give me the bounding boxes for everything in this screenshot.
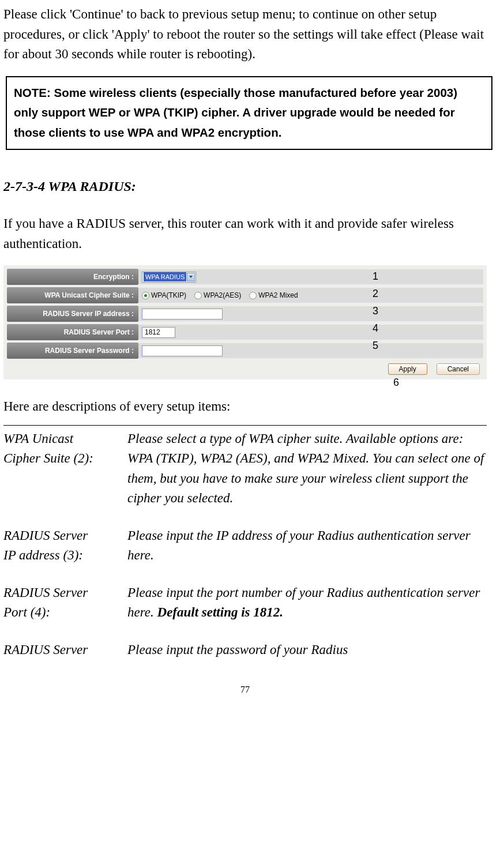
port-label: RADIUS Server Port :	[7, 324, 138, 340]
annotation-1: 1	[373, 269, 378, 284]
desc-definition: Please input the password of your Radius	[127, 640, 487, 660]
port-row: RADIUS Server Port :	[7, 324, 483, 340]
ip-label: RADIUS Server IP address :	[7, 306, 138, 322]
section-heading: 2-7-3-4 WPA RADIUS:	[3, 176, 487, 197]
password-field	[138, 343, 483, 358]
desc-term-line: RADIUS Server	[3, 528, 88, 543]
cancel-button[interactable]: Cancel	[437, 363, 480, 375]
annotation-6: 6	[393, 375, 399, 390]
desc-term-line: IP address (3):	[3, 548, 83, 562]
desc-def-strong: Default setting is 1812.	[157, 605, 284, 619]
page-number: 77	[3, 683, 487, 697]
desc-row-password: RADIUS Server Please input the password …	[3, 640, 487, 660]
desc-term-line: WPA Unicast	[3, 431, 73, 446]
annotation-4: 4	[373, 321, 378, 336]
desc-term: RADIUS Server	[3, 640, 127, 660]
password-row: RADIUS Server Password :	[7, 343, 483, 359]
encryption-field: WPA RADIUS	[138, 269, 483, 284]
ip-input[interactable]	[142, 309, 223, 320]
desc-term: WPA Unicast Cipher Suite (2):	[3, 429, 127, 509]
section-intro: If you have a RADIUS server, this router…	[3, 214, 487, 254]
desc-term-line: Port (4):	[3, 605, 50, 619]
annotation-3: 3	[373, 303, 378, 319]
apply-button[interactable]: Apply	[388, 363, 427, 375]
descriptions-intro: Here are descriptions of every setup ite…	[3, 397, 487, 417]
desc-row-cipher: WPA Unicast Cipher Suite (2): Please sel…	[3, 429, 487, 509]
intro-paragraph: Please click 'Continue' to back to previ…	[3, 5, 487, 65]
divider	[3, 425, 487, 426]
password-label: RADIUS Server Password :	[7, 343, 138, 359]
password-input[interactable]	[142, 345, 223, 356]
encryption-select[interactable]: WPA RADIUS	[142, 272, 196, 283]
cipher-option-label: WPA2 Mixed	[258, 290, 298, 300]
cipher-field: WPA(TKIP) WPA2(AES) WPA2 Mixed	[138, 288, 483, 303]
ip-row: RADIUS Server IP address :	[7, 306, 483, 322]
encryption-label: Encryption :	[7, 269, 138, 285]
port-input[interactable]	[142, 327, 175, 338]
cipher-option-label: WPA(TKIP)	[151, 290, 186, 300]
cipher-radio-mixed[interactable]: WPA2 Mixed	[249, 290, 298, 300]
radio-icon	[249, 292, 257, 299]
desc-definition: Please input the port number of your Rad…	[127, 583, 487, 623]
encryption-select-value: WPA RADIUS	[144, 272, 186, 282]
chevron-down-icon	[187, 273, 195, 281]
desc-definition: Please select a type of WPA cipher suite…	[127, 429, 487, 509]
cipher-option-label: WPA2(AES)	[204, 290, 241, 300]
desc-term: RADIUS Server Port (4):	[3, 583, 127, 623]
descriptions-table: WPA Unicast Cipher Suite (2): Please sel…	[3, 429, 487, 660]
annotation-2: 2	[373, 286, 378, 302]
cipher-radio-group: WPA(TKIP) WPA2(AES) WPA2 Mixed	[142, 290, 298, 300]
desc-term: RADIUS Server IP address (3):	[3, 526, 127, 566]
cipher-radio-tkip[interactable]: WPA(TKIP)	[142, 290, 186, 300]
desc-definition: Please input the IP address of your Radi…	[127, 526, 487, 566]
desc-term-line: RADIUS Server	[3, 585, 88, 600]
annotation-5: 5	[373, 338, 378, 354]
desc-row-ip: RADIUS Server IP address (3): Please inp…	[3, 526, 487, 566]
radio-icon	[142, 292, 149, 299]
desc-term-line: RADIUS Server	[3, 642, 88, 657]
radio-icon	[194, 292, 202, 299]
router-config-panel: Encryption : WPA RADIUS WPA Unicast Ciph…	[3, 265, 487, 379]
note-box: NOTE: Some wireless clients (especially …	[6, 76, 492, 151]
encryption-row: Encryption : WPA RADIUS	[7, 269, 483, 285]
cipher-radio-aes[interactable]: WPA2(AES)	[194, 290, 241, 300]
button-row: Apply Cancel	[7, 361, 483, 376]
desc-term-line: Cipher Suite (2):	[3, 451, 93, 465]
desc-row-port: RADIUS Server Port (4): Please input the…	[3, 583, 487, 623]
ip-field	[138, 306, 483, 321]
cipher-row: WPA Unicast Cipher Suite : WPA(TKIP) WPA…	[7, 287, 483, 303]
cipher-label: WPA Unicast Cipher Suite :	[7, 287, 138, 303]
port-field	[138, 325, 483, 340]
